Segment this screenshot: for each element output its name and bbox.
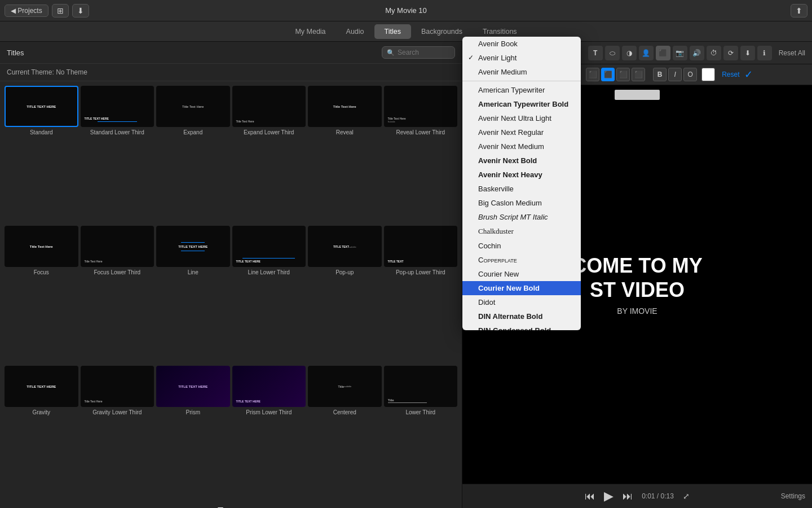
title-thumb[interactable]: TITLE TEXT	[384, 226, 458, 267]
dropdown-item[interactable]: American Typewriter Bold	[462, 97, 581, 111]
skip-back-button[interactable]: ⏮	[585, 491, 595, 502]
crop-icon[interactable]: ⬛	[656, 46, 670, 60]
title-label: Prism Lower Third	[246, 409, 292, 415]
title-label: Gravity Lower Third	[92, 409, 142, 415]
dropdown-item[interactable]: Didot	[462, 295, 581, 309]
dropdown-item[interactable]: Avenir Next Medium	[462, 139, 581, 154]
align-right-button[interactable]: ⬛	[616, 68, 630, 81]
text-tool-icon[interactable]: T	[588, 46, 603, 60]
dropdown-item[interactable]: DIN Condensed Bold	[462, 323, 581, 330]
dropdown-item[interactable]: Brush Script MT Italic	[462, 210, 581, 224]
bold-button[interactable]: B	[653, 68, 667, 81]
dropdown-item[interactable]: Big Caslon Medium	[462, 196, 581, 210]
list-item[interactable]: Title subtitle Centered	[308, 366, 382, 503]
search-input[interactable]	[398, 49, 448, 56]
align-center-button[interactable]: ⬛	[601, 68, 615, 81]
list-item[interactable]: Title Text Here Focus Lower Third	[81, 226, 155, 364]
list-item[interactable]: TITLE TEXT subtitle Pop-up	[308, 226, 382, 364]
volume-icon[interactable]: 🔊	[690, 46, 704, 60]
dropdown-item[interactable]: Courier New Bold	[462, 281, 581, 295]
align-left-button[interactable]: ⬛	[586, 68, 599, 81]
dropdown-item[interactable]: Baskerville	[462, 182, 581, 196]
speed-icon[interactable]: ⏱	[707, 46, 721, 60]
down-icon[interactable]: ⬇	[740, 46, 755, 60]
title-thumb[interactable]: TITLE TEXT HERE	[156, 366, 230, 407]
list-item[interactable]: TITLE TEXT Pop-up Lower Third	[384, 226, 458, 364]
title-thumb[interactable]: Title Text Here	[308, 86, 382, 127]
title-label: Gravity	[32, 409, 50, 415]
filter-icon[interactable]: ◑	[622, 46, 637, 60]
dropdown-item[interactable]: American Typewriter	[462, 83, 581, 97]
share-button[interactable]: ⬆	[791, 4, 807, 17]
skip-forward-button[interactable]: ⏭	[623, 491, 633, 502]
dropdown-item[interactable]: Courier New	[462, 267, 581, 281]
title-thumb[interactable]: TITLE TEXT HERE	[5, 366, 78, 407]
title-thumb[interactable]: TITLE TEXT HERE	[232, 366, 306, 407]
title-thumb[interactable]: Title subtitle	[308, 366, 382, 407]
download-button[interactable]: ⬇	[72, 4, 89, 17]
title-thumb[interactable]: Title Text Here	[232, 86, 306, 127]
search-icon: 🔍	[387, 49, 395, 56]
tab-audio[interactable]: Audio	[336, 24, 374, 39]
main-layout: Titles 🔍 Current Theme: No Theme TITLE T…	[0, 42, 812, 508]
list-item[interactable]: Title Text Here Expand	[156, 86, 230, 224]
italic-button[interactable]: I	[668, 68, 682, 81]
shape-icon[interactable]: ⬭	[605, 46, 620, 60]
dropdown-item[interactable]: Avenir Next Regular	[462, 125, 581, 139]
list-item[interactable]: TITLE TEXT HERE Line	[156, 226, 230, 364]
title-thumb[interactable]: Title Text Here	[156, 86, 230, 127]
align-justify-button[interactable]: ⬛	[632, 68, 645, 81]
list-item[interactable]: TITLE TEXT HERE Prism	[156, 366, 230, 503]
title-thumb[interactable]: TITLE TEXT HERE	[81, 86, 155, 127]
title-thumb[interactable]: TITLE TEXT HERE	[156, 226, 230, 267]
list-item[interactable]: Title Text Here Focus	[5, 226, 78, 364]
list-item[interactable]: Title Text Here Expand Lower Third	[232, 86, 306, 224]
confirm-button[interactable]: ✓	[744, 68, 753, 81]
dropdown-item[interactable]: Chalkduster	[462, 224, 581, 239]
dropdown-item[interactable]: Copperplate	[462, 253, 581, 267]
settings-button[interactable]: Settings	[781, 492, 805, 500]
title-thumb[interactable]: TITLE TEXT subtitle	[308, 226, 382, 267]
title-thumb[interactable]: Title Text Here	[5, 226, 78, 267]
dropdown-item[interactable]: Avenir Next Heavy	[462, 168, 581, 182]
projects-button[interactable]: ◀ Projects	[5, 5, 48, 17]
play-button[interactable]: ▶	[604, 489, 614, 503]
title-label: Focus Lower Third	[94, 269, 140, 275]
dropdown-item[interactable]: Avenir Medium	[462, 65, 581, 79]
current-theme: Current Theme: No Theme	[0, 64, 462, 81]
title-thumb[interactable]: Title	[384, 366, 458, 407]
reset-button[interactable]: Reset	[722, 71, 739, 78]
title-thumb[interactable]: Title Text Here	[81, 226, 155, 267]
reset-all-button[interactable]: Reset All	[779, 49, 805, 57]
list-item[interactable]: TITLE TEXT HERE Standard Lower Third	[81, 86, 155, 224]
fullscreen-button[interactable]: ⤢	[683, 492, 690, 501]
dropdown-item[interactable]: Avenir Next Bold	[462, 154, 581, 168]
avatar-icon[interactable]: 👤	[639, 46, 654, 60]
color-swatch[interactable]	[701, 68, 715, 81]
list-item[interactable]: TITLE TEXT HERE Line Lower Third	[232, 226, 306, 364]
list-item[interactable]: Title Text Here Subtitle Reveal Lower Th…	[384, 86, 458, 224]
text-style-buttons: B I O	[653, 68, 697, 81]
view-toggle-button[interactable]: ⊞	[52, 4, 69, 17]
list-item[interactable]: TITLE TEXT HERE Standard	[5, 86, 78, 224]
list-item[interactable]: TITLE TEXT HERE Gravity	[5, 366, 78, 503]
outline-button[interactable]: O	[683, 68, 697, 81]
info-icon[interactable]: ℹ	[757, 46, 772, 60]
tab-titles[interactable]: Titles	[374, 24, 411, 39]
dropdown-item[interactable]: Avenir Next Ultra Light	[462, 111, 581, 125]
title-thumb[interactable]: TITLE TEXT HERE	[5, 86, 78, 127]
title-thumb[interactable]: TITLE TEXT HERE	[232, 226, 306, 267]
list-item[interactable]: Title Text Here Gravity Lower Third	[81, 366, 155, 503]
dropdown-item[interactable]: Avenir Light	[462, 51, 581, 65]
title-thumb[interactable]: Title Text Here Subtitle	[384, 86, 458, 127]
dropdown-item[interactable]: DIN Alternate Bold	[462, 309, 581, 323]
dropdown-item[interactable]: Avenir Book	[462, 37, 581, 51]
stabilize-icon[interactable]: ⟳	[723, 46, 738, 60]
list-item[interactable]: TITLE TEXT HERE Prism Lower Third	[232, 366, 306, 503]
list-item[interactable]: Title Text Here Reveal	[308, 86, 382, 224]
list-item[interactable]: Title Lower Third	[384, 366, 458, 503]
title-thumb[interactable]: Title Text Here	[81, 366, 155, 407]
camera-icon[interactable]: 📷	[673, 46, 687, 60]
tab-my-media[interactable]: My Media	[285, 24, 336, 39]
dropdown-item[interactable]: Cochin	[462, 239, 581, 253]
